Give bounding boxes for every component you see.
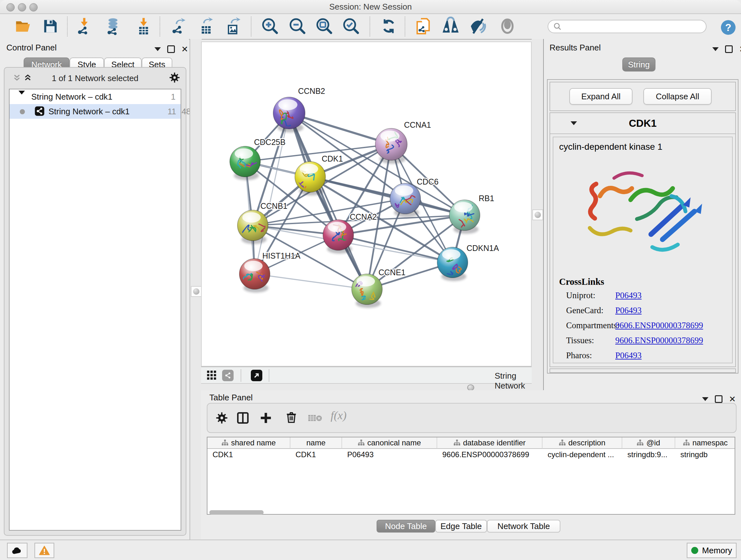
node-CCNB2[interactable]: CCNB2	[273, 86, 325, 132]
collection-expander-icon[interactable]	[18, 95, 25, 105]
table-cell[interactable]: cyclin-dependent ...	[542, 449, 622, 460]
table-horizontal-scrollbar[interactable]	[207, 509, 735, 515]
column-header-database-identifier[interactable]: database identifier	[437, 437, 542, 449]
collapse-all-button[interactable]: Collapse All	[643, 88, 712, 105]
import-network-database-icon[interactable]	[104, 17, 123, 36]
zoom-in-icon[interactable]	[260, 17, 279, 36]
results-panel-close-icon[interactable]: ✕	[739, 46, 741, 52]
table-scrollbar-thumb[interactable]	[209, 510, 264, 515]
crosslink-link[interactable]: P06493	[615, 351, 642, 361]
node-table[interactable]: shared nameCDK1nameCDK1canonical nameP06…	[207, 437, 735, 515]
function-builder-icon[interactable]: f(x)	[331, 409, 347, 422]
results-panel-menu-icon[interactable]	[712, 47, 719, 51]
table-cell[interactable]: stringdb	[675, 449, 735, 460]
crosslink-link[interactable]: P06493	[615, 291, 642, 300]
table-cell[interactable]: stringdb:9...	[622, 449, 675, 460]
delete-table-icon[interactable]	[308, 414, 322, 423]
node-CDKN1A[interactable]: CDKN1A	[437, 244, 499, 281]
network-collection-row[interactable]: String Network – cdk1 1	[10, 89, 181, 104]
help-icon[interactable]: ?	[719, 18, 738, 37]
node-CDC25B[interactable]: CDC25B	[230, 138, 286, 180]
edge-HIST1H1A-CCNE1[interactable]	[255, 274, 367, 289]
node-RB1[interactable]: RB1	[449, 194, 494, 234]
column-header-shared-name[interactable]: shared name	[207, 437, 290, 449]
network-canvas[interactable]: CCNB2CCNA1CDC25BCDK1CDC6RB1CCNB1CCNA2CDK…	[201, 42, 532, 367]
tab-string[interactable]: String	[622, 57, 656, 71]
search-field[interactable]	[565, 21, 706, 32]
crosslink-row: Uniprot:P06493	[566, 291, 727, 300]
zoom-out-icon[interactable]	[287, 17, 307, 36]
crosslink-label: Compartments:	[566, 320, 615, 330]
import-table-icon[interactable]	[134, 17, 153, 36]
left-splitter[interactable]	[190, 39, 202, 540]
export-network-icon[interactable]	[169, 17, 188, 36]
column-header--id[interactable]: @id	[622, 437, 675, 449]
results-panel-float-icon[interactable]	[725, 45, 733, 53]
column-header-namespac[interactable]: namespac	[675, 437, 735, 449]
edge-CCNB2-HIST1H1A[interactable]	[255, 113, 289, 274]
table-panel-menu-icon[interactable]	[702, 397, 709, 401]
horizontal-splitter-handle[interactable]	[467, 384, 474, 391]
export-table-icon[interactable]	[197, 17, 216, 36]
crosslink-link[interactable]: P06493	[615, 306, 642, 315]
export-image-icon[interactable]	[223, 17, 243, 36]
right-splitter-handle[interactable]	[532, 209, 543, 220]
hide-graphics-details-icon[interactable]	[468, 17, 488, 36]
column-header-name[interactable]: name	[290, 437, 342, 449]
tab-edge-table[interactable]: Edge Table	[435, 520, 487, 533]
column-header-canonical-name[interactable]: canonical name	[342, 437, 437, 449]
column-type-icon	[454, 439, 461, 446]
left-splitter-handle[interactable]	[191, 286, 202, 297]
control-panel-menu-icon[interactable]	[154, 47, 161, 51]
tab-network-table[interactable]: Network Table	[487, 520, 560, 533]
table-cell[interactable]: CDK1	[290, 449, 342, 460]
crosslink-link[interactable]: 9606.ENSP00000378699	[615, 320, 703, 330]
tab-node-table[interactable]: Node Table	[377, 520, 435, 533]
view-grid-icon[interactable]	[206, 370, 217, 381]
network-options-gear-icon[interactable]	[169, 72, 180, 83]
memory-button[interactable]: Memory	[687, 543, 737, 558]
open-session-icon[interactable]	[13, 17, 32, 36]
search-input[interactable]	[548, 20, 706, 33]
import-network-file-icon[interactable]	[75, 17, 94, 36]
open-view-icon[interactable]	[251, 370, 262, 381]
save-session-icon[interactable]	[41, 17, 60, 36]
add-column-icon[interactable]	[260, 412, 272, 424]
right-splitter[interactable]	[532, 39, 543, 390]
control-panel-float-icon[interactable]	[167, 45, 175, 53]
table-cell[interactable]: CDK1	[207, 449, 290, 460]
network-overview-binoculars-icon[interactable]	[441, 17, 460, 36]
network-icon	[35, 106, 45, 116]
warning-status-button[interactable]	[35, 543, 54, 558]
control-panel-close-icon[interactable]: ✕	[181, 46, 188, 52]
node-CDC6[interactable]: CDC6	[390, 177, 439, 217]
results-panel: Results Panel ✕ String Expand All Collap…	[543, 39, 741, 390]
zoom-fit-icon[interactable]	[314, 17, 333, 36]
show-graphics-details-icon[interactable]	[498, 17, 517, 36]
cloud-status-button[interactable]	[7, 543, 27, 558]
table-panel-float-icon[interactable]	[715, 395, 723, 403]
table-panel-close-icon[interactable]: ✕	[729, 396, 736, 402]
status-bar: Memory	[0, 540, 741, 560]
gene-details: cyclin-dependent kinase 1	[553, 137, 733, 363]
duplicate-network-icon[interactable]	[414, 17, 433, 36]
crosslink-link[interactable]: 9606.ENSP00000378699	[615, 335, 703, 346]
table-options-gear-icon[interactable]	[216, 412, 228, 424]
node-CCNB1[interactable]: CCNB1	[238, 201, 287, 244]
crosslink-row: Compartments:9606.ENSP00000378699	[566, 320, 727, 330]
view-network-badge-icon[interactable]	[222, 370, 233, 381]
edge-CCNB2-CCNE1[interactable]	[289, 113, 367, 289]
show-columns-icon[interactable]	[236, 411, 250, 425]
column-header-description[interactable]: description	[542, 437, 622, 449]
gene-section-header[interactable]: CDK1	[550, 113, 735, 134]
node-CCNA1[interactable]: CCNA1	[375, 120, 431, 164]
collection-label: String Network – cdk1	[31, 92, 112, 102]
network-row[interactable]: String Network – cdk1 11 48	[10, 104, 181, 119]
delete-column-trash-icon[interactable]	[285, 411, 297, 423]
refresh-view-icon[interactable]	[379, 17, 398, 36]
expand-all-button[interactable]: Expand All	[569, 88, 632, 105]
table-cell[interactable]: 9606.ENSP00000378699	[437, 449, 542, 460]
table-cell[interactable]: P06493	[342, 449, 437, 460]
node-HIST1H1A[interactable]: HIST1H1A	[239, 251, 300, 293]
zoom-selected-icon[interactable]	[341, 17, 360, 36]
